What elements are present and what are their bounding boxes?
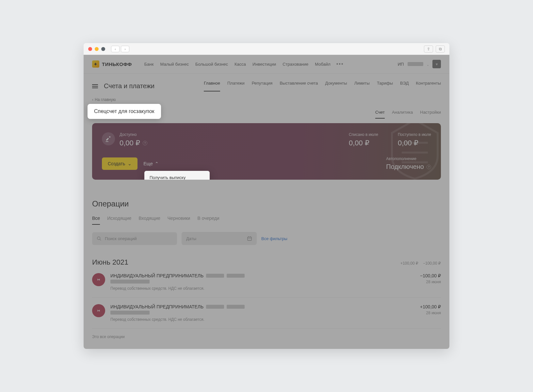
sub-link[interactable]: Лимиты [354,81,370,91]
menu-icon[interactable] [92,84,98,88]
available-label: Доступно [120,132,147,137]
sub-link[interactable]: Документы [325,81,347,91]
debited-label: Списано в июле [349,132,378,137]
minimize-dot[interactable] [95,47,99,51]
create-button[interactable]: Создать ⌄ [102,157,137,170]
account-tab[interactable]: Аналитика [392,110,413,119]
filter-tab[interactable]: Входящие [138,216,160,225]
brand-text: ТИНЬКОФФ [102,61,132,67]
gavel-icon [102,132,115,145]
transaction-list: ИНДИВИДУАЛЬНЫЙ ПРЕДПРИНИМАТЕЛЬ Перевод с… [92,267,441,329]
sub-link[interactable]: Тарифы [377,81,393,91]
sub-link[interactable]: Выставление счета [280,81,318,91]
month-title: Июнь 2021 [92,258,128,267]
calendar-icon [247,236,252,241]
search-icon [97,236,102,241]
search-input[interactable]: Поиск операций [92,232,177,245]
autorefill-block: Автопополнение Подключено ? [386,156,431,171]
available-value: 0,00 ₽ ? [120,139,147,147]
tx-redacted [110,311,150,315]
tx-date: 28 июня [420,311,441,315]
hero-actions: Создать ⌄ Еще ⌃ Автопополнение Подключен… [102,156,431,171]
page-title: Спецсчет для госзакупок [88,104,161,119]
chevron-left-icon: ‹ [92,97,93,102]
user-suffix: . [427,62,428,67]
sub-link[interactable]: Контрагенты [416,81,441,91]
autorefill-value: Подключено ? [386,163,431,171]
top-link[interactable]: Банк [144,62,154,67]
top-link[interactable]: Мобайл [315,62,330,67]
filter-tab[interactable]: Все [92,216,100,225]
dropdown-item[interactable]: Получить выписку [144,171,210,180]
top-link[interactable]: Малый бизнес [160,62,189,67]
more-button[interactable]: Еще ⌃ [143,161,159,166]
sub-nav: Счета и платежи ГлавноеПлатежиРепутацияВ… [84,74,449,91]
filter-tab[interactable]: Исходящие [107,216,131,225]
browser-window: ‹ › ⇪ ⧉ ✦ ТИНЬКОФФ БанкМалый бизнесБольш… [84,43,449,349]
all-filters-link[interactable]: Все фильтры [261,236,287,241]
back-button[interactable]: ‹ [111,46,120,52]
tx-amount: +100,00 ₽ [420,304,441,309]
top-link[interactable]: Большой бизнес [195,62,228,67]
user-redacted [408,62,423,66]
credited-label: Поступило в июле [398,132,431,137]
logo-icon: ✦ [92,60,99,68]
transaction-row[interactable]: ИНДИВИДУАЛЬНЫЙ ПРЕДПРИНИМАТЕЛЬ Перевод с… [92,267,441,298]
top-link[interactable]: Страхование [283,62,308,67]
sub-link[interactable]: Репутация [252,81,273,91]
month-sums: +100,00 ₽ −100,00 ₽ [400,261,441,266]
dates-input[interactable]: Даты [182,232,257,245]
hero-row: Доступно 0,00 ₽ ? Списано в июле 0,00 ₽ [102,132,431,147]
title-bar-right: ⇪ ⧉ [424,45,445,53]
breadcrumb-text: На главную [95,97,116,102]
tx-right: +100,00 ₽ 28 июня [420,304,441,322]
top-link[interactable]: Инвестиции [252,62,276,67]
breadcrumb[interactable]: ‹ На главную [84,91,449,104]
tx-redacted [110,280,150,284]
title-bar: ‹ › ⇪ ⧉ [84,43,449,55]
tx-date: 28 июня [420,280,441,284]
user-area[interactable]: ИП . ▾ [398,60,441,68]
account-tab[interactable]: Счет [375,110,385,119]
sub-link[interactable]: Платежи [227,81,245,91]
tx-right: −100,00 ₽ 28 июня [420,273,441,291]
svg-line-1 [100,239,101,240]
tabs-icon[interactable]: ⧉ [436,45,445,53]
top-nav: ✦ ТИНЬКОФФ БанкМалый бизнесБольшой бизне… [84,55,449,74]
transfer-icon [92,273,105,286]
tx-name: ИНДИВИДУАЛЬНЫЙ ПРЕДПРИНИМАТЕЛЬ [110,304,415,309]
zoom-dot[interactable] [101,47,105,51]
close-dot[interactable] [88,47,92,51]
account-tab[interactable]: Настройки [420,110,441,119]
transaction-row[interactable]: ИНДИВИДУАЛЬНЫЙ ПРЕДПРИНИМАТЕЛЬ Перевод с… [92,298,441,329]
tx-body: ИНДИВИДУАЛЬНЫЙ ПРЕДПРИНИМАТЕЛЬ Перевод с… [110,304,415,322]
sub-link[interactable]: Главное [204,81,220,91]
help-icon[interactable]: ? [143,141,147,145]
tx-name: ИНДИВИДУАЛЬНЫЙ ПРЕДПРИНИМАТЕЛЬ [110,273,415,278]
page-area: Спецсчет для госзакупок СчетАналитикаНас… [84,104,449,349]
top-link[interactable]: Касса [234,62,246,67]
filter-tab[interactable]: В очереди [197,216,219,225]
svg-rect-2 [248,237,251,240]
tx-desc: Перевод собственных средств. НДС не обла… [110,286,415,291]
account-hero: Доступно 0,00 ₽ ? Списано в июле 0,00 ₽ [92,123,441,180]
svg-point-0 [97,237,100,239]
logo[interactable]: ✦ ТИНЬКОФФ [92,60,132,68]
page-content: ✦ ТИНЬКОФФ БанкМалый бизнесБольшой бизне… [84,55,449,349]
debited-value: 0,00 ₽ [349,139,378,147]
operations-title: Операции [92,199,441,208]
avatar[interactable]: ▾ [432,60,441,68]
more-icon[interactable]: ••• [336,61,344,67]
filter-tab[interactable]: Черновики [168,216,190,225]
share-icon[interactable]: ⇪ [424,45,433,53]
forward-button[interactable]: › [121,46,129,52]
chevron-down-icon: ⌄ [128,161,132,166]
sub-link[interactable]: ВЭД [400,81,409,91]
top-links: БанкМалый бизнесБольшой бизнесКассаИнвес… [144,62,331,67]
debited-block: Списано в июле 0,00 ₽ [349,132,378,147]
more-dropdown: Получить выпискуПосмотреть реквизитыОткл… [144,171,210,180]
month-header: Июнь 2021 +100,00 ₽ −100,00 ₽ [92,258,441,267]
help-icon[interactable]: ? [427,165,431,169]
transfer-icon [92,304,105,317]
available-block: Доступно 0,00 ₽ ? [102,132,147,147]
